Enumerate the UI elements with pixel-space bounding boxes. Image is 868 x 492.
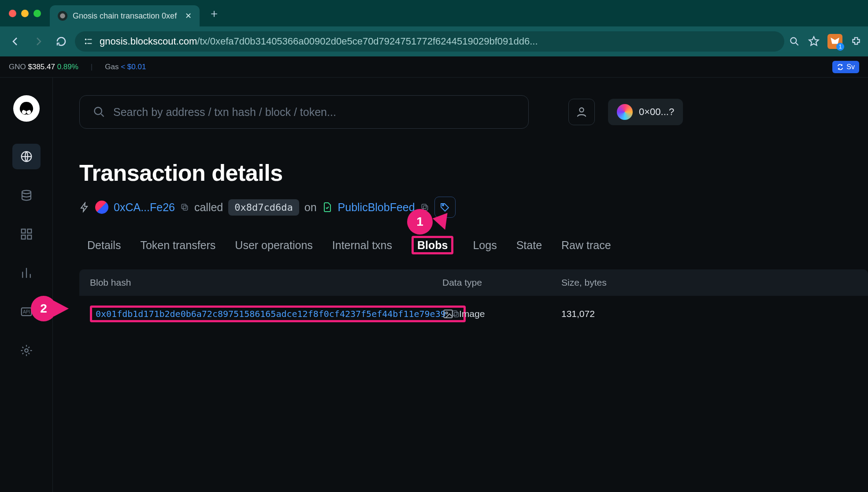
main-content: Search by address / txn hash / block / t…	[53, 78, 868, 492]
sidebar-item-explorer[interactable]	[12, 144, 41, 169]
topbar: Search by address / txn hash / block / t…	[79, 95, 868, 129]
annotation-2: 2	[31, 296, 56, 321]
profile-button[interactable]	[568, 99, 595, 125]
verified-contract-icon	[322, 202, 333, 212]
svg-rect-11	[21, 235, 25, 239]
bookmark-star-icon[interactable]	[808, 36, 820, 47]
contract-link[interactable]: PublicBlobFeed	[338, 201, 415, 214]
extensions-icon[interactable]	[850, 35, 862, 48]
svg-rect-10	[27, 229, 31, 233]
size-value: 131,072	[561, 309, 857, 319]
tab-title: Gnosis chain transaction 0xef	[73, 11, 177, 21]
browser-chrome: Gnosis chain transaction 0xef ✕ ＋	[0, 0, 868, 26]
table-row: 2 0x01fdb1d171b2de0b6a72c89751586165adce…	[79, 296, 868, 332]
method-pill: 0x8d7cd6da	[228, 199, 299, 216]
browser-tabs: Gnosis chain transaction 0xef ✕ ＋	[50, 0, 229, 26]
svg-point-22	[442, 205, 444, 206]
tab-internal-txns[interactable]: Internal txns	[332, 239, 392, 252]
browser-tab-active[interactable]: Gnosis chain transaction 0xef ✕	[50, 5, 200, 26]
col-size: Size, bytes	[561, 277, 857, 288]
new-tab-button[interactable]: ＋	[200, 6, 229, 21]
window-minimize[interactable]	[21, 10, 29, 17]
data-type-value: Image	[459, 309, 485, 319]
from-avatar-icon	[95, 201, 108, 214]
on-label: on	[304, 201, 317, 214]
copy-from-icon[interactable]	[180, 203, 189, 212]
svg-point-3	[85, 43, 87, 45]
page-title: Transaction details	[79, 160, 868, 186]
tab-user-operations[interactable]: User operations	[235, 239, 312, 252]
lightning-icon	[79, 202, 90, 212]
window-maximize[interactable]	[33, 10, 41, 17]
nav-back-button[interactable]	[6, 32, 25, 51]
svg-point-0	[60, 13, 65, 19]
table-header-row: Blob hash Data type Size, bytes	[79, 269, 868, 296]
svg-rect-4	[87, 43, 92, 44]
sidebar-item-stats[interactable]	[12, 260, 41, 286]
site-settings-icon[interactable]	[84, 37, 93, 46]
sidebar-item-settings[interactable]	[12, 338, 41, 363]
tx-subtitle: 0xCA...Fe26 called 0x8d7cd6da on PublicB…	[79, 197, 868, 218]
url-path: /tx/0xefa7d0b31405366a00902d0e5ce70d7924…	[197, 36, 538, 47]
wallet-button[interactable]: 0×00...?	[608, 99, 683, 125]
sidebar: API	[0, 78, 53, 492]
window-controls	[0, 10, 50, 17]
sidebar-item-apps[interactable]	[12, 221, 41, 247]
tab-close-icon[interactable]: ✕	[185, 11, 192, 21]
called-label: called	[194, 201, 223, 214]
svg-rect-21	[422, 204, 426, 209]
svg-point-16	[95, 108, 102, 115]
info-bar: GNO $385.47 0.89% | Gas < $0.01 Sv	[0, 56, 868, 78]
tab-raw-trace[interactable]: Raw trace	[561, 239, 611, 252]
sidebar-item-tokens[interactable]	[12, 183, 41, 208]
svg-point-17	[579, 108, 583, 112]
svg-point-8	[22, 190, 31, 194]
url-bar[interactable]: gnosis.blockscout.com/tx/0xefa7d0b314053…	[75, 31, 784, 52]
blobs-table: Blob hash Data type Size, bytes 2 0x01fd…	[79, 269, 868, 332]
col-blob-hash: Blob hash	[90, 277, 442, 288]
svg-rect-18	[183, 206, 188, 210]
toolbar-actions: 1	[789, 34, 862, 49]
tab-blobs[interactable]: Blobs	[412, 236, 453, 254]
extension-badge: 1	[836, 43, 844, 51]
gnosis-logo[interactable]	[13, 95, 40, 122]
url-host: gnosis.blockscout.com	[100, 36, 197, 47]
tab-token-transfers[interactable]: Token transfers	[140, 239, 215, 252]
search-placeholder: Search by address / txn hash / block / t…	[113, 106, 336, 119]
blob-hash-link[interactable]: 0x01fdb1d171b2de0b6a72c89751586165adce12…	[96, 309, 446, 319]
gas-price: Gas < $0.01	[105, 63, 146, 71]
svg-text:API: API	[22, 309, 30, 314]
tab-state[interactable]: State	[516, 239, 542, 252]
svg-rect-19	[182, 204, 186, 209]
tabs: Details Token transfers User operations …	[79, 239, 868, 252]
image-type-icon	[442, 308, 454, 320]
svg-rect-12	[27, 235, 31, 239]
svg-point-15	[25, 349, 28, 352]
search-input[interactable]: Search by address / txn hash / block / t…	[79, 95, 529, 129]
nav-reload-button[interactable]	[52, 32, 70, 51]
tab-logs[interactable]: Logs	[473, 239, 497, 252]
swap-button[interactable]: Sv	[832, 61, 859, 73]
search-in-page-icon[interactable]	[789, 36, 800, 47]
tab-details[interactable]: Details	[87, 239, 121, 252]
token-price: GNO $385.47 0.89%	[9, 63, 78, 71]
svg-point-26	[446, 312, 448, 314]
tab-favicon	[58, 11, 67, 21]
extension-metamask-icon[interactable]: 1	[827, 34, 842, 49]
browser-toolbar: gnosis.blockscout.com/tx/0xefa7d0b314053…	[0, 26, 868, 56]
nav-forward-button[interactable]	[29, 32, 48, 51]
wallet-address-short: 0×00...?	[639, 106, 674, 118]
svg-point-1	[85, 39, 87, 41]
search-icon	[93, 106, 105, 118]
col-data-type: Data type	[442, 277, 561, 288]
wallet-avatar-icon	[617, 104, 633, 120]
annotation-1: 1	[407, 209, 433, 235]
window-close[interactable]	[9, 10, 16, 17]
app-shell: API Search by address / txn hash / block…	[0, 78, 868, 492]
svg-rect-2	[87, 39, 92, 40]
from-address-link[interactable]: 0xCA...Fe26	[114, 201, 175, 214]
svg-rect-25	[444, 310, 453, 317]
svg-rect-9	[21, 229, 25, 233]
svg-point-5	[790, 37, 796, 43]
